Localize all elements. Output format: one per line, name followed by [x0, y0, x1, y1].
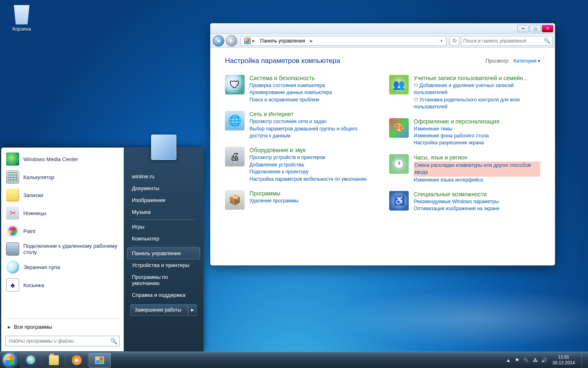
tray-network-icon[interactable]: 🖧: [532, 357, 539, 364]
start-menu-programs: Windows Media Center Калькулятор Записки…: [1, 148, 124, 351]
system-tray: ▲ ⚑ 🔌 🖧 🔊 11:01 20.12.2014: [505, 352, 588, 368]
solitaire-icon: [6, 278, 19, 292]
help-support[interactable]: Справка и поддержка: [127, 289, 200, 301]
link-display-lang[interactable]: Изменение языка интерфейса: [414, 177, 540, 184]
user-folder[interactable]: winline.ru: [127, 171, 200, 182]
link-mobility[interactable]: Настройка параметров мобильности по умол…: [249, 176, 367, 183]
refresh-button[interactable]: ↻: [450, 36, 459, 46]
program-paint[interactable]: Paint: [2, 222, 123, 240]
category-programs[interactable]: Программы: [249, 190, 298, 197]
link-homegroup[interactable]: Выбор параметров домашней группы и общег…: [249, 126, 376, 140]
navigation-bar: ◄ ► ▶ Панель управления ▶ ▾ ↻ 🔍: [210, 34, 555, 48]
hardware-icon: [225, 147, 245, 166]
category-network[interactable]: Сеть и Интернет: [249, 111, 376, 117]
link-check-status[interactable]: Проверка состояния компьютера: [249, 82, 332, 89]
back-button[interactable]: ◄: [213, 35, 224, 47]
taskbar-control-panel[interactable]: [89, 353, 111, 368]
users-icon: [389, 75, 409, 94]
view-by-dropdown[interactable]: Категория ▾: [514, 58, 540, 64]
search-box[interactable]: 🔍: [461, 36, 552, 46]
category-system-security[interactable]: Система и безопасность: [249, 75, 332, 81]
start-search-input[interactable]: [5, 336, 120, 346]
program-magnifier[interactable]: Экранная лупа: [2, 258, 123, 276]
tray-volume-icon[interactable]: 🔊: [541, 357, 548, 364]
program-rdp[interactable]: Подключение к удаленному рабочему столу: [2, 240, 123, 258]
start-search: 🔍: [5, 336, 120, 346]
link-theme[interactable]: Изменение темы: [414, 126, 499, 132]
category-ease-of-access[interactable]: Специальные возможности: [414, 191, 499, 197]
link-devices[interactable]: Просмотр устройств и принтеров: [249, 154, 367, 161]
user-avatar[interactable]: [151, 135, 176, 160]
search-input[interactable]: [463, 38, 544, 44]
link-backup[interactable]: Архивирование данных компьютера: [249, 89, 332, 96]
minimize-button[interactable]: ━: [517, 25, 529, 32]
taskbar-explorer[interactable]: [43, 353, 65, 368]
wmc-icon: [6, 153, 19, 166]
tray-notification-icon[interactable]: ▲: [505, 357, 512, 364]
link-parental[interactable]: Установка родительского контроля для все…: [414, 96, 540, 111]
pictures[interactable]: Изображения: [127, 194, 200, 206]
category-clock-region[interactable]: Часы, язык и регион: [414, 154, 540, 161]
tray-action-center-icon[interactable]: ⚑: [514, 357, 521, 364]
desktop-icon-label: Корзина: [7, 26, 37, 32]
forward-button[interactable]: ►: [226, 35, 237, 47]
link-uninstall[interactable]: Удаление программы: [249, 197, 298, 204]
taskbar-ie[interactable]: [20, 353, 42, 368]
computer[interactable]: Компьютер: [127, 233, 200, 245]
link-recommended[interactable]: Рекомендуемые Windows параметры: [414, 198, 499, 205]
recycle-bin-icon: [12, 5, 31, 25]
search-icon: 🔍: [544, 38, 550, 44]
all-programs[interactable]: Все программы: [2, 321, 123, 333]
rdp-icon: [6, 242, 19, 256]
documents[interactable]: Документы: [127, 182, 200, 194]
start-menu-places: winline.ru Документы Изображения Музыка …: [124, 148, 203, 351]
scissors-icon: [6, 206, 19, 220]
breadcrumb[interactable]: ▶ Панель управления ▶ ▾: [241, 36, 446, 46]
close-button[interactable]: ✕: [542, 25, 553, 32]
link-net-status[interactable]: Просмотр состояния сети и задач: [249, 118, 376, 125]
maximize-button[interactable]: ◻: [530, 25, 541, 32]
link-projector[interactable]: Подключение к проектору: [249, 168, 367, 175]
music[interactable]: Музыка: [127, 206, 200, 218]
breadcrumb-dropdown[interactable]: ▾: [438, 39, 445, 43]
link-resolution[interactable]: Настройка разрешения экрана: [414, 139, 499, 146]
shutdown-button[interactable]: Завершение работы: [130, 304, 188, 316]
personalization-icon: [389, 118, 409, 138]
program-calculator[interactable]: Калькулятор: [2, 168, 123, 186]
program-wmc[interactable]: Windows Media Center: [2, 150, 123, 168]
programs-icon: [225, 190, 245, 210]
control-panel-link[interactable]: Панель управления: [127, 247, 200, 259]
link-add-remove-users[interactable]: Добавление и удаление учетных записей по…: [414, 82, 540, 96]
search-icon: 🔍: [110, 338, 117, 344]
program-snipping-tool[interactable]: Ножницы: [2, 204, 123, 222]
category-users[interactable]: Учетные записи пользователей и семейн...: [414, 75, 540, 81]
devices-printers[interactable]: Устройства и принтеры: [127, 259, 200, 271]
magnifier-icon: [6, 260, 19, 274]
games[interactable]: Игры: [127, 221, 200, 233]
window-titlebar[interactable]: ━ ◻ ✕: [210, 23, 555, 34]
link-wallpaper[interactable]: Изменение фона рабочего стола: [414, 132, 499, 139]
link-optimize-display[interactable]: Оптимизация изображения на экране: [414, 205, 499, 212]
category-hardware[interactable]: Оборудование и звук: [249, 147, 367, 153]
system-security-icon: [225, 75, 245, 94]
notes-icon: [6, 188, 19, 202]
ease-of-access-icon: [389, 191, 409, 211]
program-solitaire[interactable]: Косынка: [2, 276, 123, 294]
tray-power-icon[interactable]: 🔌: [523, 357, 530, 364]
start-button[interactable]: [0, 352, 20, 368]
default-programs[interactable]: Программы по умолчанию: [127, 271, 200, 289]
link-troubleshoot[interactable]: Поиск и исправление проблем: [249, 96, 332, 103]
category-personalization[interactable]: Оформление и персонализация: [414, 118, 499, 125]
shutdown-options[interactable]: ▶: [188, 304, 197, 316]
link-add-device[interactable]: Добавление устройства: [249, 162, 367, 168]
link-keyboard-layout[interactable]: Смена раскладки клавиатуры или других сп…: [414, 162, 540, 177]
taskbar-wmp[interactable]: [66, 353, 88, 368]
taskbar-clock[interactable]: 11:01 20.12.2014: [550, 355, 577, 366]
page-title: Настройка параметров компьютера: [225, 57, 340, 65]
desktop-icon-recycle-bin[interactable]: Корзина: [7, 5, 37, 32]
show-desktop-button[interactable]: [581, 352, 585, 368]
program-sticky-notes[interactable]: Записки: [2, 186, 123, 204]
breadcrumb-segment[interactable]: Панель управления: [260, 38, 305, 44]
clock-region-icon: [389, 154, 409, 174]
paint-icon: [6, 224, 19, 238]
